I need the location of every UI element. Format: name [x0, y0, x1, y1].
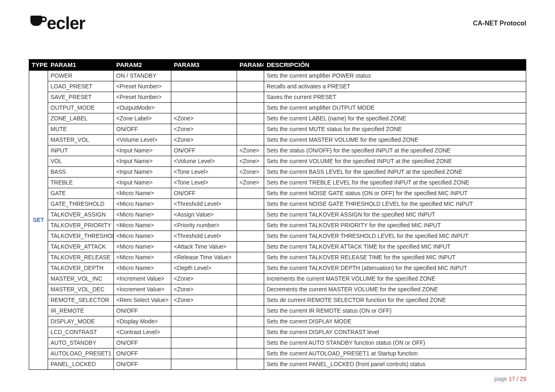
desc-cell: Sets the current TALKOVER RELEASE TIME f… — [264, 252, 526, 263]
param3-cell — [171, 338, 237, 348]
param1-cell: SAVE_PRESET — [48, 92, 114, 103]
table-row: IR_REMOTEON/OFFSets the current IR REMOT… — [29, 306, 526, 316]
desc-cell: Recalls and activates a PRESET — [264, 81, 526, 92]
param4-cell — [237, 242, 264, 252]
desc-cell: Decrements the current MASTER VOLUME for… — [264, 284, 526, 295]
param4-cell — [237, 359, 264, 370]
param4-cell — [237, 295, 264, 306]
param2-cell: ON/OFF — [114, 306, 171, 316]
table-row: MUTEON/OFF<Zone>Sets the current MUTE st… — [29, 124, 526, 135]
param4-cell — [237, 71, 264, 81]
desc-cell: Sets the current AUTOLOAD_PRESET1 at Sta… — [264, 348, 526, 359]
table-row: PANEL_LOCKEDON/OFFSets the current PANEL… — [29, 359, 526, 370]
param3-cell — [171, 348, 237, 359]
table-row: GATE_THRESHOLD<Micro Name><Threshold Lev… — [29, 199, 526, 210]
param1-cell: OUTPUT_MODE — [48, 103, 114, 113]
param1-cell: VOL — [48, 156, 114, 167]
param4-cell — [237, 113, 264, 124]
param3-cell: ON/OFF — [171, 188, 237, 199]
param1-cell: DISPLAY_MODE — [48, 316, 114, 327]
param2-cell: <Micro Name> — [114, 242, 171, 252]
param1-cell: BASS — [48, 167, 114, 178]
param4-cell — [237, 274, 264, 284]
param2-cell: <Volume Level> — [114, 135, 171, 145]
table-row: VOL<Input Name><Volume Level><Zone>Sets … — [29, 156, 526, 167]
param2-cell: ON/OFF — [114, 124, 171, 135]
table-row: TALKOVER_THRESHOLD<Micro Name><Threshold… — [29, 231, 526, 242]
table-row: TALKOVER_DEPTH<Micro Name><Depth Level>S… — [29, 263, 526, 274]
param2-cell: <Increment Value> — [114, 274, 171, 284]
param3-cell: <Depth Level> — [171, 263, 237, 274]
col-header-param1: PARAM1 — [48, 60, 114, 71]
param2-cell: ON/OFF — [114, 348, 171, 359]
param3-cell: <Volume Level> — [171, 156, 237, 167]
param1-cell: TALKOVER_RELEASE — [48, 252, 114, 263]
desc-cell: Sets the current DISPLAY MODE — [264, 316, 526, 327]
table-row: ZONE_LABEL<Zone Label><Zone>Sets the cur… — [29, 113, 526, 124]
param2-cell: ON / STANDBY — [114, 71, 171, 81]
param4-cell — [237, 252, 264, 263]
col-header-param4: PARAM4 — [237, 60, 264, 71]
page: ecler CA-NET Protocol TYPE PARAM1 PARAM2… — [0, 0, 555, 392]
param1-cell: MASTER_VOL_INC — [48, 274, 114, 284]
param3-cell: <Assign Value> — [171, 210, 237, 220]
logo-text: ecler — [47, 14, 85, 33]
param3-cell: <Priority number> — [171, 220, 237, 231]
param1-cell: MASTER_VOL — [48, 135, 114, 145]
table-row: LCD_CONTRAST<Contrast Level>Sets the cur… — [29, 327, 526, 338]
param1-cell: TALKOVER_ATTACK — [48, 242, 114, 252]
desc-cell: Sets the current LABEL (name) for the sp… — [264, 113, 526, 124]
param1-cell: TALKOVER_ASSIGN — [48, 210, 114, 220]
col-header-param3: PARAM3 — [171, 60, 237, 71]
table-row: MASTER_VOL_DEC<Increment Value><Zone>Dec… — [29, 284, 526, 295]
desc-cell: Saves the current PRESET — [264, 92, 526, 103]
table-row: REMOTE_SELECTOR<Rem Select Value><Zone>S… — [29, 295, 526, 306]
table-row: TALKOVER_RELEASE<Micro Name><Release Tim… — [29, 252, 526, 263]
param2-cell: <Increment Value> — [114, 284, 171, 295]
param1-cell: MASTER_VOL_DEC — [48, 284, 114, 295]
param2-cell: ON/OFF — [114, 359, 171, 370]
param1-cell: ZONE_LABEL — [48, 113, 114, 124]
desc-cell: Sets the current VOLUME for the specifie… — [264, 156, 526, 167]
param2-cell: <Input Name> — [114, 156, 171, 167]
param3-cell: <Release Time Value> — [171, 252, 237, 263]
param4-cell: <Zone> — [237, 178, 264, 188]
table-row: BASS<Input Name><Tone Level><Zone>Sets t… — [29, 167, 526, 178]
param1-cell: INPUT — [48, 145, 114, 156]
param2-cell: <Zone Label> — [114, 113, 171, 124]
type-cell: SET — [29, 71, 48, 370]
table-body: SETPOWERON / STANDBYSets the current amp… — [29, 71, 526, 370]
param1-cell: IR_REMOTE — [48, 306, 114, 316]
param2-cell: <Input Name> — [114, 167, 171, 178]
desc-cell: Sets the current NOISE GATE THRESHOLD LE… — [264, 199, 526, 210]
param4-cell — [237, 188, 264, 199]
param2-cell: ON/OFF — [114, 338, 171, 348]
param1-cell: LCD_CONTRAST — [48, 327, 114, 338]
param3-cell: <Zone> — [171, 284, 237, 295]
param2-cell: <Preset Number> — [114, 92, 171, 103]
param2-cell: <Preset Number> — [114, 81, 171, 92]
desc-cell: Sets the status (ON/OFF) for the specifi… — [264, 145, 526, 156]
param3-cell — [171, 103, 237, 113]
document-title: CA-NET Protocol — [473, 20, 526, 27]
param1-cell: TALKOVER_THRESHOLD — [48, 231, 114, 242]
desc-cell: Sets the current TALKOVER ATTACK TIME fo… — [264, 242, 526, 252]
desc-cell: Sets de current REMOTE SELECTOR function… — [264, 295, 526, 306]
desc-cell: Sets the current TALKOVER THRESHOLD LEVE… — [264, 231, 526, 242]
desc-cell: Sets the current BASS LEVEL for the spec… — [264, 167, 526, 178]
param1-cell: POWER — [48, 71, 114, 81]
param1-cell: REMOTE_SELECTOR — [48, 295, 114, 306]
table-row: MASTER_VOL_INC<Increment Value><Zone>Inc… — [29, 274, 526, 284]
param2-cell: <Micro Name> — [114, 188, 171, 199]
table-row: OUTPUT_MODE<OutputMode>Sets the current … — [29, 103, 526, 113]
footer-page-current: 17 — [509, 376, 515, 382]
param3-cell: <Zone> — [171, 124, 237, 135]
footer-label: page — [494, 376, 509, 382]
param4-cell — [237, 135, 264, 145]
param1-cell: TREBLE — [48, 178, 114, 188]
param3-cell: <Threshold Level> — [171, 231, 237, 242]
param2-cell: <Micro Name> — [114, 252, 171, 263]
desc-cell: Increments the current MASTER VOLUME for… — [264, 274, 526, 284]
command-table: TYPE PARAM1 PARAM2 PARAM3 PARAM4 DESCRIP… — [29, 59, 526, 370]
footer-page-total: 29 — [520, 376, 526, 382]
